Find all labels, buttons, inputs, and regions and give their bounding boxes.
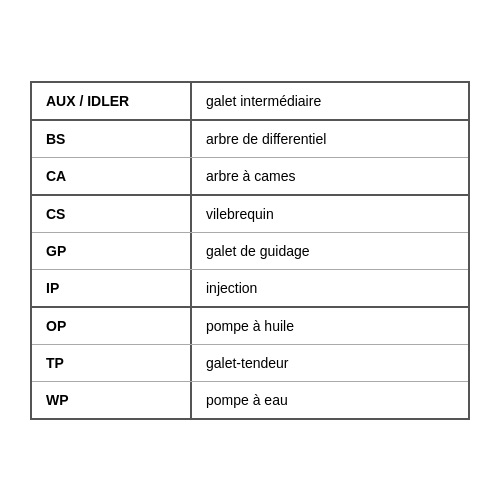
table-row: IPinjection (32, 270, 468, 308)
cell-description: pompe à eau (192, 382, 468, 418)
cell-code: AUX / IDLER (32, 83, 192, 119)
glossary-table: AUX / IDLERgalet intermédiaireBSarbre de… (30, 81, 470, 420)
cell-description: arbre à cames (192, 158, 468, 194)
cell-code: TP (32, 345, 192, 381)
cell-code: WP (32, 382, 192, 418)
table-row: WPpompe à eau (32, 382, 468, 418)
table-row: BSarbre de differentiel (32, 121, 468, 158)
cell-description: injection (192, 270, 468, 306)
cell-description: pompe à huile (192, 308, 468, 344)
cell-description: galet de guidage (192, 233, 468, 269)
cell-code: CA (32, 158, 192, 194)
cell-description: vilebrequin (192, 196, 468, 232)
table-row: CAarbre à cames (32, 158, 468, 196)
cell-code: CS (32, 196, 192, 232)
cell-code: OP (32, 308, 192, 344)
cell-code: BS (32, 121, 192, 157)
table-row: AUX / IDLERgalet intermédiaire (32, 83, 468, 121)
cell-description: galet intermédiaire (192, 83, 468, 119)
table-row: GPgalet de guidage (32, 233, 468, 270)
table-row: TPgalet-tendeur (32, 345, 468, 382)
cell-code: IP (32, 270, 192, 306)
cell-description: arbre de differentiel (192, 121, 468, 157)
cell-code: GP (32, 233, 192, 269)
table-row: CSvilebrequin (32, 196, 468, 233)
table-row: OPpompe à huile (32, 308, 468, 345)
cell-description: galet-tendeur (192, 345, 468, 381)
